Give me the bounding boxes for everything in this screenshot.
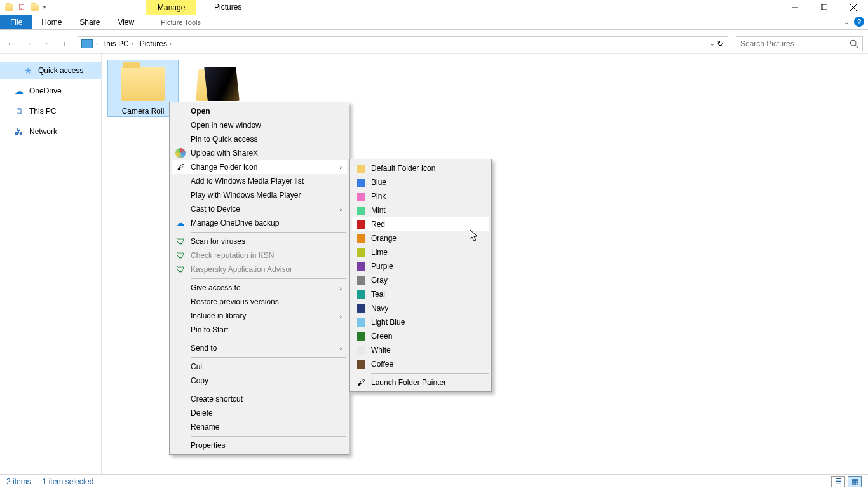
separator bbox=[191, 357, 346, 358]
tab-file[interactable]: File bbox=[0, 15, 32, 29]
search-icon bbox=[850, 39, 858, 48]
search-box[interactable] bbox=[736, 36, 863, 51]
ctx-change-folder-icon[interactable]: 🖌Change Folder Icon› bbox=[172, 160, 347, 174]
painter-icon: 🖌 bbox=[175, 162, 186, 172]
submenu-blue[interactable]: Blue bbox=[352, 175, 489, 189]
tab-home[interactable]: Home bbox=[32, 15, 71, 29]
submenu-navy[interactable]: Navy bbox=[352, 301, 489, 315]
qat-dropdown-icon[interactable]: ▾ bbox=[43, 4, 46, 10]
title-bar: ☑ ▾ Manage Pictures bbox=[0, 0, 868, 15]
separator bbox=[191, 232, 346, 233]
chevron-right-icon[interactable]: › bbox=[96, 41, 98, 47]
ribbon-collapse-icon[interactable]: ⌄ bbox=[844, 18, 849, 25]
ctx-kaspersky-advisor[interactable]: 🛡Kaspersky Application Advisor bbox=[172, 262, 347, 276]
maximize-button[interactable] bbox=[810, 0, 839, 15]
painter-icon: 🖌 bbox=[356, 377, 366, 388]
refresh-button[interactable]: ↻ bbox=[717, 39, 724, 48]
network-icon: 🖧 bbox=[14, 126, 24, 137]
forward-button[interactable]: → bbox=[23, 38, 34, 50]
ctx-pin-start[interactable]: Pin to Start bbox=[172, 323, 347, 337]
submenu-launch-painter[interactable]: 🖌Launch Folder Painter bbox=[352, 376, 489, 390]
up-button[interactable]: ↑ bbox=[58, 38, 70, 50]
ctx-open-new-window[interactable]: Open in new window bbox=[172, 118, 347, 132]
ctx-add-wmp-list[interactable]: Add to Windows Media Player list bbox=[172, 174, 347, 188]
submenu-green[interactable]: Green bbox=[352, 329, 489, 343]
folder-camera-roll[interactable]: Camera Roll bbox=[108, 60, 178, 116]
folder-item[interactable] bbox=[184, 60, 254, 107]
breadcrumb-pictures[interactable]: Pictures› bbox=[137, 39, 174, 48]
location-icon bbox=[81, 39, 93, 48]
back-button[interactable]: ← bbox=[5, 38, 17, 50]
sidebar-item-thispc[interactable]: 🖥 This PC bbox=[0, 102, 101, 120]
new-folder-icon[interactable] bbox=[29, 3, 39, 13]
separator bbox=[191, 390, 346, 390]
submenu-pink[interactable]: Pink bbox=[352, 189, 489, 203]
color-swatch bbox=[357, 248, 365, 257]
submenu-gray[interactable]: Gray bbox=[352, 273, 489, 287]
ctx-pin-quick-access[interactable]: Pin to Quick access bbox=[172, 132, 347, 146]
submenu-teal[interactable]: Teal bbox=[352, 287, 489, 301]
ctx-restore-versions[interactable]: Restore previous versions bbox=[172, 295, 347, 309]
separator bbox=[371, 373, 489, 374]
shield-icon: 🛡 bbox=[175, 264, 186, 274]
view-details-button[interactable]: ☰ bbox=[831, 476, 845, 487]
ctx-cut[interactable]: Cut bbox=[172, 360, 347, 374]
ctx-copy[interactable]: Copy bbox=[172, 374, 347, 388]
context-menu: Open Open in new window Pin to Quick acc… bbox=[169, 102, 349, 455]
ctx-check-ksn[interactable]: 🛡Check reputation in KSN bbox=[172, 248, 347, 262]
submenu-lightblue[interactable]: Light Blue bbox=[352, 315, 489, 329]
view-large-icons-button[interactable]: ▦ bbox=[848, 476, 862, 487]
folder-icon bbox=[121, 67, 165, 101]
address-dropdown-icon[interactable]: ⌄ bbox=[710, 41, 715, 47]
ctx-scan-viruses[interactable]: 🛡Scan for viruses bbox=[172, 234, 347, 248]
separator bbox=[191, 278, 346, 279]
ctx-play-wmp[interactable]: Play with Windows Media Player bbox=[172, 188, 347, 202]
close-button[interactable] bbox=[839, 0, 868, 15]
tab-picture-tools[interactable]: Picture Tools bbox=[152, 15, 210, 29]
ctx-properties[interactable]: Properties bbox=[172, 438, 347, 452]
color-swatch bbox=[357, 234, 365, 243]
manage-tab[interactable]: Manage bbox=[146, 0, 196, 15]
ctx-cast-to-device[interactable]: Cast to Device› bbox=[172, 202, 347, 216]
sidebar-item-network[interactable]: 🖧 Network bbox=[0, 123, 101, 140]
submenu-white[interactable]: White bbox=[352, 343, 489, 357]
search-input[interactable] bbox=[740, 39, 850, 48]
ctx-manage-onedrive[interactable]: ☁Manage OneDrive backup bbox=[172, 216, 347, 230]
minimize-button[interactable] bbox=[780, 0, 810, 15]
tab-view[interactable]: View bbox=[109, 15, 143, 29]
recent-dropdown-icon[interactable]: ▾ bbox=[41, 38, 52, 50]
submenu-mint[interactable]: Mint bbox=[352, 203, 489, 217]
help-icon[interactable]: ? bbox=[854, 17, 864, 27]
ctx-include-library[interactable]: Include in library› bbox=[172, 309, 347, 323]
submenu-orange[interactable]: Orange bbox=[352, 231, 489, 245]
properties-icon[interactable]: ☑ bbox=[17, 3, 27, 13]
ctx-delete[interactable]: Delete bbox=[172, 406, 347, 420]
color-swatch bbox=[357, 262, 365, 271]
sidebar-item-label: This PC bbox=[29, 107, 57, 116]
sidebar-item-quick-access[interactable]: ★ Quick access bbox=[0, 62, 101, 79]
submenu-lime[interactable]: Lime bbox=[352, 245, 489, 259]
color-swatch bbox=[357, 304, 365, 313]
cloud-icon: ☁ bbox=[14, 86, 24, 96]
svg-rect-2 bbox=[822, 4, 827, 10]
context-submenu-colors: Default Folder Icon Blue Pink Mint Red O… bbox=[349, 159, 492, 392]
ctx-upload-sharex[interactable]: Upload with ShareX bbox=[172, 146, 347, 160]
color-swatch bbox=[357, 220, 365, 229]
submenu-red[interactable]: Red bbox=[352, 217, 489, 231]
breadcrumb-thispc[interactable]: This PC› bbox=[99, 39, 136, 48]
ctx-send-to[interactable]: Send to› bbox=[172, 341, 347, 355]
tab-share[interactable]: Share bbox=[71, 15, 109, 29]
ctx-give-access[interactable]: Give access to› bbox=[172, 281, 347, 295]
ctx-rename[interactable]: Rename bbox=[172, 420, 347, 434]
sidebar-item-onedrive[interactable]: ☁ OneDrive bbox=[0, 82, 101, 100]
file-label: Camera Roll bbox=[108, 106, 178, 116]
submenu-coffee[interactable]: Coffee bbox=[352, 357, 489, 371]
ctx-open[interactable]: Open bbox=[172, 104, 347, 118]
submenu-default[interactable]: Default Folder Icon bbox=[352, 161, 489, 175]
ctx-create-shortcut[interactable]: Create shortcut bbox=[172, 392, 347, 406]
explorer-icon bbox=[4, 3, 14, 13]
color-swatch bbox=[357, 165, 365, 173]
svg-line-6 bbox=[855, 45, 858, 48]
address-bar[interactable]: › This PC› Pictures› ⌄ ↻ bbox=[78, 36, 728, 51]
submenu-purple[interactable]: Purple bbox=[352, 259, 489, 273]
